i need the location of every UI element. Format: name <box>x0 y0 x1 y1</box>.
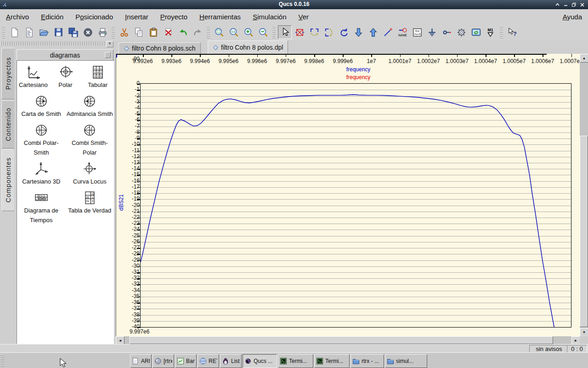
vertical-scroll-thumb[interactable] <box>580 136 588 327</box>
menu-proyecto[interactable]: Proyecto <box>154 11 193 23</box>
task-button-bande[interactable]: Bande... <box>175 354 197 368</box>
save-all-documents-button[interactable] <box>66 25 80 39</box>
diagram-item-combi-polar-smith[interactable]: Combi Polar-Smith <box>17 122 66 157</box>
diagram-item-polar[interactable]: Polar <box>50 64 82 90</box>
task-button-rtrx[interactable]: rtrx - ... <box>351 354 384 368</box>
pop-out-button[interactable] <box>366 25 380 39</box>
diagram-item-cartesian3d[interactable]: Cartesiano 3D <box>17 161 66 186</box>
document-tab-dpl[interactable]: filtro Cohn 8 polos.dpl <box>208 40 288 54</box>
sidebar-tab-contenido[interactable]: Contenido <box>1 100 14 149</box>
toolbar-grip[interactable] <box>272 26 276 38</box>
whats-this-help-button[interactable]: ? <box>505 25 519 39</box>
print-document-icon <box>97 27 108 38</box>
menu-ayuda[interactable]: Ayuda <box>557 11 588 23</box>
y-tick-label: -28 <box>116 250 140 257</box>
dock-drag-handle[interactable] <box>1 41 106 46</box>
restore-icon[interactable] <box>570 1 578 8</box>
mirror-x-button[interactable] <box>307 25 321 39</box>
task-button-retir[interactable]: RETIR... <box>198 354 219 368</box>
toolbar-grip[interactable] <box>207 26 210 38</box>
scroll-down-icon[interactable]: ▼ <box>580 328 588 337</box>
insert-equation-button[interactable]: f(u)=u+4 <box>410 25 424 39</box>
combo-dropdown-icon[interactable] <box>105 52 111 58</box>
task-button-arrl[interactable]: ARRL.... <box>130 354 152 368</box>
save-document-button[interactable] <box>51 25 65 39</box>
menu-herramientas[interactable]: Herramientas <box>193 11 247 23</box>
toolbar-grip[interactable] <box>112 26 115 38</box>
diagram-item-truth-table[interactable]: Q001010Tabla de Verdad <box>66 190 114 225</box>
task-button-simul[interactable]: simul... <box>385 354 427 368</box>
toolbar-grip[interactable] <box>500 26 503 38</box>
cursor-position: 0 : 0 <box>567 345 587 353</box>
undo-button[interactable] <box>176 25 190 39</box>
print-document-button[interactable] <box>96 25 109 39</box>
plot-viewport[interactable]: -90 frequency frequency dBS21 9.997e6 9.… <box>116 54 580 336</box>
horizontal-scrollbar[interactable]: ◄ ► <box>116 336 580 344</box>
view-data-icon <box>471 27 481 38</box>
y-tick-label: -27 <box>116 244 140 251</box>
sidebar-tab-label: Contenido <box>5 108 12 141</box>
minimize-icon[interactable] <box>562 1 570 8</box>
menu-insertar[interactable]: Insertar <box>119 11 154 23</box>
task-button-lista[interactable]: Lista ... <box>220 354 242 368</box>
deactivate-button[interactable] <box>293 25 306 39</box>
view-data-button[interactable] <box>469 25 483 39</box>
cut-button[interactable] <box>117 25 131 39</box>
set-marker-button[interactable]: M1 <box>484 25 498 39</box>
task-button-qucs[interactable]: Qucs ... <box>243 354 277 368</box>
toolbar-grip[interactable] <box>2 26 5 38</box>
select-button[interactable] <box>278 25 292 39</box>
taskbar-handle[interactable] <box>1 355 5 367</box>
open-document-button[interactable] <box>37 25 51 39</box>
scroll-up-icon[interactable]: ▲ <box>580 54 588 63</box>
push-into-subcircuit-button[interactable] <box>351 25 365 39</box>
new-document-button[interactable] <box>7 25 21 39</box>
diagram-item-smith[interactable]: Carta de Smith <box>17 93 66 119</box>
sidebar-tab-proyectos[interactable]: Proyectos <box>1 48 14 99</box>
task-button-rtrxh[interactable]: [rtrx.h... <box>153 354 174 368</box>
close-document-button[interactable] <box>81 25 95 39</box>
horizontal-scroll-thumb[interactable] <box>130 336 553 344</box>
dock-close-icon[interactable]: × <box>106 41 113 47</box>
delete-button[interactable] <box>161 25 175 39</box>
insert-ground-button[interactable] <box>425 25 439 39</box>
zoom-fit-button[interactable] <box>212 25 226 39</box>
zoom-in-button[interactable] <box>242 25 255 39</box>
vertical-scrollbar[interactable]: ▲ ▼ <box>580 54 588 336</box>
set-marker-icon: M1 <box>486 27 496 38</box>
diagram-item-smith-admittance[interactable]: Admitancia Smith <box>66 93 114 119</box>
insert-wire-button[interactable] <box>381 25 395 39</box>
diagram-category-select[interactable]: diagramas <box>17 49 113 61</box>
redo-button[interactable] <box>191 25 204 39</box>
shade-icon[interactable] <box>554 1 561 8</box>
simulate-button[interactable] <box>454 25 468 39</box>
diagram-item-cartesian[interactable]: Cartesiano <box>17 64 50 90</box>
paste-button[interactable] <box>147 25 160 39</box>
close-icon[interactable] <box>578 1 586 8</box>
diagram-item-timing[interactable]: 0 1 2cDiagrama de Tiempos <box>17 190 66 225</box>
rotate-button[interactable] <box>337 25 351 39</box>
task-button-termi[interactable]: Termi... <box>278 354 313 368</box>
insert-label-button[interactable]: NAME <box>396 25 409 39</box>
menu-ver[interactable]: Ver <box>293 11 315 23</box>
menu-simulación[interactable]: Simulación <box>247 11 292 23</box>
mirror-y-button[interactable] <box>322 25 336 39</box>
menu-posicionado[interactable]: Posicionado <box>69 11 119 23</box>
insert-ground-icon <box>427 27 437 38</box>
new-text-document-button[interactable] <box>22 25 36 39</box>
menu-edición[interactable]: Edición <box>35 11 69 23</box>
title-bar[interactable]: Qucs 0.0.16 <box>0 0 588 9</box>
zoom-out-button[interactable] <box>256 25 270 39</box>
document-tab-label: filtro Cohn 8 polos.sch <box>132 45 196 52</box>
menu-archivo[interactable]: Archivo <box>0 11 35 23</box>
terminal-icon <box>280 357 287 365</box>
insert-port-button[interactable] <box>440 25 453 39</box>
task-button-termi[interactable]: Termi... <box>314 354 350 368</box>
diagram-item-curve-locus[interactable]: Curva Locus <box>66 161 114 186</box>
diagram-item-combi-smith-polar[interactable]: Combi Smith-Polar <box>66 122 114 157</box>
diagram-item-tabular[interactable]: fiu142235Tabular <box>82 64 114 90</box>
copy-button[interactable] <box>132 25 146 39</box>
document-tab-sch[interactable]: filtro Cohn 8 polos.sch <box>119 42 201 54</box>
sidebar-tab-componentes[interactable]: Componentes <box>1 149 14 211</box>
zoom-one-to-one-button[interactable]: 1:1 <box>227 25 241 39</box>
